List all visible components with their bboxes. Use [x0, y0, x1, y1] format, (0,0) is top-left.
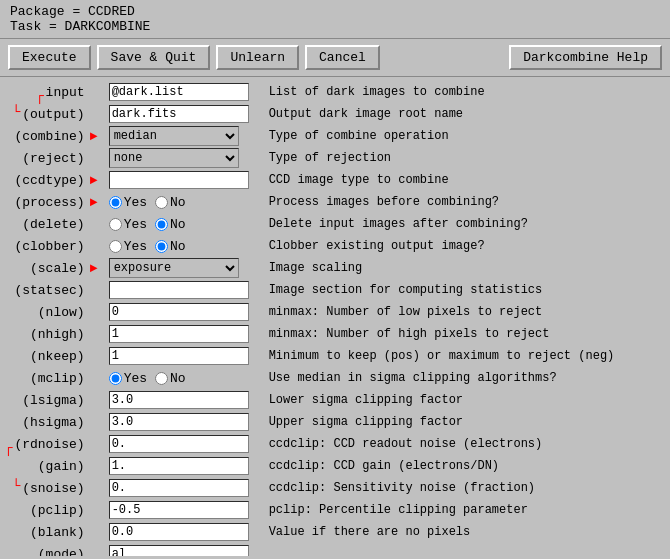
param-text-input[interactable] — [109, 545, 249, 556]
param-name: (nkeep) — [0, 345, 89, 367]
cancel-button[interactable]: Cancel — [305, 45, 380, 70]
arrow-indicator: ► — [90, 195, 98, 210]
radio-yes[interactable] — [109, 196, 122, 209]
param-name: (pclip) — [0, 499, 89, 521]
param-text-input[interactable] — [109, 281, 249, 299]
radio-no-label[interactable]: No — [155, 239, 186, 254]
param-value-cell[interactable] — [105, 499, 265, 521]
radio-yes-label[interactable]: Yes — [109, 239, 147, 254]
param-text-input[interactable] — [109, 303, 249, 321]
radio-group: Yes No — [109, 217, 261, 232]
param-value-cell[interactable] — [105, 345, 265, 367]
param-text-input[interactable] — [109, 523, 249, 541]
param-desc: ccdclip: CCD gain (electrons/DN) — [265, 455, 670, 477]
package-line: Package = CCDRED — [10, 4, 135, 19]
select-wrapper[interactable]: none — [109, 148, 261, 168]
help-button[interactable]: Darkcombine Help — [509, 45, 662, 70]
param-desc: minmax: Number of high pixels to reject — [265, 323, 670, 345]
table-row: (hsigma)Upper sigma clipping factor — [0, 411, 670, 433]
param-value-cell[interactable] — [105, 411, 265, 433]
param-select[interactable]: exposure — [109, 258, 239, 278]
param-text-input[interactable] — [109, 325, 249, 343]
param-value-cell[interactable]: median — [105, 125, 265, 147]
radio-no[interactable] — [155, 240, 168, 253]
table-row: (scale)►exposureImage scaling — [0, 257, 670, 279]
param-name: (statsec) — [0, 279, 89, 301]
param-value-cell[interactable] — [105, 169, 265, 191]
param-text-input[interactable] — [109, 83, 249, 101]
param-text-input[interactable] — [109, 347, 249, 365]
param-text-input[interactable] — [109, 479, 249, 497]
radio-group: Yes No — [109, 239, 261, 254]
save-quit-button[interactable]: Save & Quit — [97, 45, 211, 70]
radio-group: Yes No — [109, 371, 261, 386]
param-value-cell[interactable]: exposure — [105, 257, 265, 279]
execute-button[interactable]: Execute — [8, 45, 91, 70]
param-desc: Clobber existing output image? — [265, 235, 670, 257]
param-select[interactable]: none — [109, 148, 239, 168]
task-line: Task = DARKCOMBINE — [10, 19, 150, 34]
param-value-cell[interactable] — [105, 323, 265, 345]
radio-no[interactable] — [155, 218, 168, 231]
param-name: └(snoise) — [0, 477, 89, 499]
param-desc: Lower sigma clipping factor — [265, 389, 670, 411]
radio-yes-label[interactable]: Yes — [109, 217, 147, 232]
radio-yes[interactable] — [109, 240, 122, 253]
param-value-cell[interactable]: Yes No — [105, 213, 265, 235]
param-desc: ccdclip: CCD readout noise (electrons) — [265, 433, 670, 455]
param-value-cell[interactable] — [105, 477, 265, 499]
param-text-input[interactable] — [109, 171, 249, 189]
param-name: (delete) — [0, 213, 89, 235]
table-row: (ccdtype)►CCD image type to combine — [0, 169, 670, 191]
param-text-input[interactable] — [109, 105, 249, 123]
radio-no-label[interactable]: No — [155, 195, 186, 210]
param-text-input[interactable] — [109, 413, 249, 431]
param-desc: Output dark image root name — [265, 103, 670, 125]
param-name: (nlow) — [0, 301, 89, 323]
param-value-cell[interactable]: Yes No — [105, 191, 265, 213]
radio-no[interactable] — [155, 372, 168, 385]
param-value-cell[interactable] — [105, 301, 265, 323]
param-desc: ccdclip: Sensitivity noise (fraction) — [265, 477, 670, 499]
param-text-input[interactable] — [109, 435, 249, 453]
param-value-cell[interactable] — [105, 455, 265, 477]
radio-yes-label[interactable]: Yes — [109, 195, 147, 210]
param-name: (mclip) — [0, 367, 89, 389]
param-value-cell[interactable] — [105, 103, 265, 125]
param-value-cell[interactable] — [105, 279, 265, 301]
param-value-cell[interactable]: Yes No — [105, 367, 265, 389]
param-value-cell[interactable] — [105, 433, 265, 455]
unlearn-button[interactable]: Unlearn — [216, 45, 299, 70]
arrow-indicator: ► — [90, 173, 98, 188]
param-name: (ccdtype) — [0, 169, 89, 191]
param-name: (process) — [0, 191, 89, 213]
param-desc: Type of rejection — [265, 147, 670, 169]
param-select[interactable]: median — [109, 126, 239, 146]
table-row: (nhigh)minmax: Number of high pixels to … — [0, 323, 670, 345]
param-name: (scale) — [0, 257, 89, 279]
param-name: (lsigma) — [0, 389, 89, 411]
radio-yes[interactable] — [109, 218, 122, 231]
param-text-input[interactable] — [109, 457, 249, 475]
select-wrapper[interactable]: median — [109, 126, 261, 146]
radio-yes[interactable] — [109, 372, 122, 385]
param-value-cell[interactable] — [105, 389, 265, 411]
param-value-cell[interactable]: none — [105, 147, 265, 169]
param-text-input[interactable] — [109, 501, 249, 519]
radio-yes-label[interactable]: Yes — [109, 371, 147, 386]
param-desc: Minimum to keep (pos) or maximum to reje… — [265, 345, 670, 367]
radio-no[interactable] — [155, 196, 168, 209]
param-value-cell[interactable] — [105, 81, 265, 103]
param-desc: Image scaling — [265, 257, 670, 279]
param-value-cell[interactable] — [105, 521, 265, 543]
select-wrapper[interactable]: exposure — [109, 258, 261, 278]
param-name: (nhigh) — [0, 323, 89, 345]
param-value-cell[interactable]: Yes No — [105, 235, 265, 257]
param-value-cell[interactable] — [105, 543, 265, 556]
params-area: ┌inputList of dark images to combine└(ou… — [0, 77, 670, 556]
param-desc: Image section for computing statistics — [265, 279, 670, 301]
radio-no-label[interactable]: No — [155, 217, 186, 232]
radio-no-label[interactable]: No — [155, 371, 186, 386]
arrow-indicator: ► — [90, 261, 98, 276]
param-text-input[interactable] — [109, 391, 249, 409]
